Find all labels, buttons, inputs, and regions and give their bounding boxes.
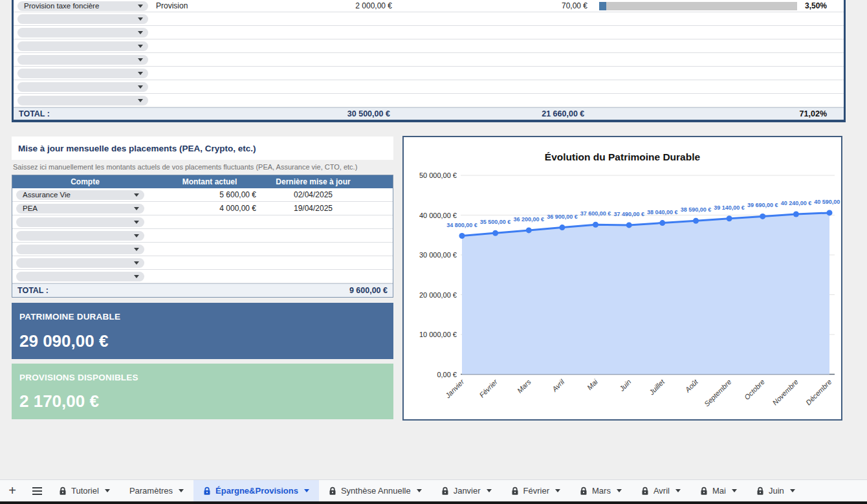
table-row-empty (14, 53, 844, 67)
column-header: Dernière mise à jour (261, 177, 365, 186)
account-dropdown[interactable] (16, 217, 144, 227)
caret-down-icon (487, 489, 492, 492)
caret-down-icon (138, 72, 143, 75)
placements-section-title: Mise à jour mensuelle des placements (PE… (12, 137, 393, 160)
add-sheet-button[interactable]: + (0, 480, 25, 501)
caret-down-icon (555, 489, 560, 492)
svg-text:Janvier: Janvier (443, 377, 466, 400)
sheet-tab-label: Janvier (454, 486, 481, 496)
caret-down-icon (417, 489, 422, 492)
lock-icon (329, 487, 336, 496)
svg-text:39 690,00 €: 39 690,00 € (747, 202, 778, 208)
table-row-empty (12, 256, 393, 270)
svg-text:35 500,00 €: 35 500,00 € (480, 219, 511, 225)
svg-text:40 000,00 €: 40 000,00 € (419, 212, 457, 219)
progress-bar-fill (599, 2, 606, 10)
sheet-tab[interactable]: Février (501, 480, 570, 501)
provisions-table: Provision taxe foncière Provision 2 000,… (12, 0, 846, 122)
provision-category-dropdown[interactable] (17, 69, 148, 78)
lock-icon (756, 487, 764, 496)
total-label: TOTAL : (17, 286, 49, 295)
sheet-tab[interactable]: Mai (690, 480, 747, 501)
placements-header-row: Compte Montant actuel Dernière mise à jo… (12, 175, 393, 188)
account-dropdown[interactable] (16, 272, 144, 281)
all-sheets-button[interactable] (25, 480, 49, 501)
svg-text:Août: Août (683, 377, 700, 394)
svg-text:Mai: Mai (586, 378, 599, 391)
dropdown-value: Provision taxe foncière (24, 2, 99, 10)
table-row-empty (14, 94, 844, 107)
window-bottom-edge (0, 501, 867, 504)
provision-category-dropdown[interactable] (17, 28, 148, 38)
provision-category-dropdown[interactable] (17, 82, 148, 92)
svg-text:38 590,00 €: 38 590,00 € (681, 206, 712, 213)
provision-category-dropdown[interactable] (17, 55, 148, 65)
table-row-empty (12, 243, 393, 256)
sheet-tab[interactable]: Mars (570, 480, 631, 501)
account-dropdown[interactable] (16, 258, 144, 268)
provisions-disponibles-card: PROVISIONS DISPONIBLES 2 170,00 € (12, 364, 393, 419)
provision-category-dropdown[interactable]: Provision taxe foncière (17, 1, 148, 11)
account-dropdown[interactable] (16, 245, 144, 254)
provision-category-dropdown[interactable] (17, 14, 148, 24)
sheet-tab[interactable]: Synthèse Annuelle (319, 480, 432, 501)
svg-text:Avril: Avril (550, 378, 566, 394)
sheet-tab[interactable]: Janvier (432, 480, 501, 501)
caret-down-icon (675, 489, 681, 492)
provision-progress-pct: 3,50% (804, 1, 844, 10)
svg-text:Décembre: Décembre (804, 378, 833, 406)
account-dropdown[interactable] (16, 231, 144, 241)
caret-down-icon (138, 99, 143, 102)
sheet-tab-label: Épargne&Provisions (215, 486, 298, 496)
svg-text:39 140,00 €: 39 140,00 € (714, 204, 745, 211)
lock-icon (641, 487, 649, 496)
account-dropdown[interactable]: PEA (16, 204, 144, 214)
sheet-tab-label: Paramètres (129, 486, 173, 496)
table-row-empty (12, 270, 393, 283)
total-amount: 9 600,00 € (349, 286, 388, 295)
sheet-tab-label: Mai (712, 486, 726, 496)
sheet-tab[interactable]: Tutoriel (49, 480, 120, 501)
card-value: 29 090,00 € (19, 331, 108, 351)
sheet-tab[interactable]: Avril (631, 480, 690, 501)
provision-current-amount: 70,00 € (395, 1, 590, 10)
sheet-tab-label: Avril (653, 486, 670, 496)
account-dropdown[interactable]: Assurance Vie (16, 190, 144, 200)
provision-category-dropdown[interactable] (17, 41, 148, 51)
caret-down-icon (134, 193, 139, 197)
patrimoine-chart-card: Évolution du Patrimoine Durable 0,00 €10… (402, 136, 842, 421)
table-row-empty (12, 215, 393, 229)
table-row-empty (14, 12, 844, 26)
placements-section-subtitle: Saissez ici manuellement les montants ac… (13, 163, 401, 171)
svg-text:Novembre: Novembre (771, 378, 799, 406)
card-value: 2 170,00 € (19, 391, 99, 411)
sheet-tab[interactable]: Épargne&Provisions (193, 480, 319, 501)
svg-text:37 600,00 €: 37 600,00 € (580, 210, 611, 217)
svg-text:20 000,00 €: 20 000,00 € (419, 291, 457, 299)
caret-down-icon (138, 58, 143, 61)
column-header: Montant actuel (158, 177, 261, 186)
caret-down-icon (134, 275, 139, 278)
svg-text:Juillet: Juillet (647, 377, 666, 397)
total-current: 21 660,00 € (393, 109, 587, 118)
caret-down-icon (138, 17, 143, 21)
svg-text:36 900,00 €: 36 900,00 € (547, 214, 578, 220)
sheet-tab[interactable]: Juin (747, 480, 805, 501)
placements-table: Compte Montant actuel Dernière mise à jo… (12, 175, 393, 298)
caret-down-icon (304, 489, 309, 492)
provision-category-dropdown[interactable] (17, 96, 148, 105)
svg-text:40 590,00 €: 40 590,00 € (814, 199, 842, 205)
caret-down-icon (134, 207, 139, 210)
table-row-empty (14, 67, 844, 80)
sheet-tab[interactable]: Paramètres (120, 480, 193, 501)
account-amount: 4 000,00 € (158, 204, 261, 213)
table-row: Assurance Vie 5 600,00 € 02/04/2025 (12, 188, 393, 202)
caret-down-icon (105, 489, 110, 492)
total-pct: 71,02% (800, 109, 844, 118)
account-updated: 19/04/2025 (261, 204, 365, 213)
total-target: 30 500,00 € (247, 109, 393, 118)
table-row: Provision taxe foncière Provision 2 000,… (14, 0, 844, 12)
patrimoine-durable-card: PATRIMOINE DURABLE 29 090,00 € (12, 303, 393, 359)
column-header: Compte (12, 177, 158, 186)
provision-target-amount: 2 000,00 € (248, 1, 395, 10)
